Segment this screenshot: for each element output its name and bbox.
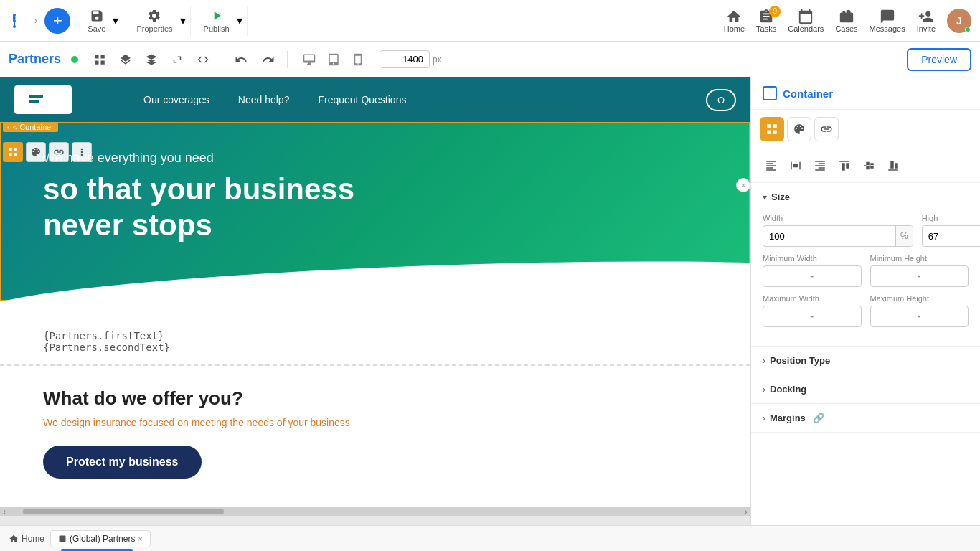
size-section-body: Width 100 % High 67 px — [751, 211, 980, 346]
calendars-nav-button[interactable]: Calendars — [788, 9, 824, 33]
cases-nav-button[interactable]: Cases — [835, 9, 857, 33]
scroll-right-arrow[interactable]: › — [742, 508, 750, 516]
offer-title: What do we offer you? — [43, 387, 707, 410]
nav-cta-button[interactable]: O — [706, 89, 736, 111]
nav-chevron[interactable]: › — [34, 15, 37, 26]
size-section-header[interactable]: ▾ Size — [751, 183, 980, 211]
tasks-nav-button[interactable]: 9 Tasks — [756, 9, 776, 33]
layout-tool-button[interactable] — [3, 142, 23, 162]
width-input[interactable]: 1400 — [380, 50, 430, 68]
max-width-input[interactable]: - — [763, 306, 862, 327]
margins-section[interactable]: › Margins 🔗 — [751, 404, 980, 433]
panel-title: Container — [783, 88, 833, 100]
min-height-input[interactable]: - — [870, 265, 969, 287]
online-status-dot — [965, 27, 971, 32]
hero-section-wrapper: ‹ < Container — [0, 122, 750, 301]
min-dimensions-row: Minimum Width - Minimum Height - — [763, 254, 969, 287]
site-logo — [14, 85, 72, 114]
secondary-toolbar: Partners — [0, 42, 980, 77]
save-group: Save ▾ — [77, 6, 123, 36]
user-avatar[interactable]: J — [947, 9, 971, 33]
right-panel: Container — [750, 77, 980, 525]
min-height-field: Minimum Height - — [870, 254, 969, 287]
site-preview: Our coverages Need help? Frequent Questi… — [0, 77, 750, 507]
tab-close-button[interactable]: × — [138, 534, 142, 543]
layers-button[interactable] — [114, 48, 137, 71]
size-section: ▾ Size Width 100 % High 67 — [751, 183, 980, 347]
main-layout: Our coverages Need help? Frequent Questi… — [0, 77, 980, 525]
undo-button[interactable] — [230, 48, 253, 71]
width-field: Width 100 % — [763, 214, 913, 247]
publish-button[interactable]: Publish — [198, 6, 235, 36]
position-type-section[interactable]: › Position Type — [751, 347, 980, 375]
save-dropdown-arrow[interactable]: ▾ — [113, 14, 118, 27]
docking-section[interactable]: › Docking — [751, 375, 980, 404]
mobile-viewport-button[interactable] — [347, 48, 369, 71]
tablet-viewport-button[interactable] — [322, 48, 345, 71]
min-width-input[interactable]: - — [763, 265, 862, 287]
add-button[interactable]: + — [44, 8, 70, 34]
align-right-button[interactable] — [809, 155, 831, 176]
home-bottom-tab[interactable]: Home — [9, 534, 44, 544]
height-value-input[interactable]: 67 — [923, 228, 980, 245]
nav-link-help[interactable]: Need help? — [238, 94, 290, 105]
properties-dropdown-arrow[interactable]: ▾ — [180, 14, 186, 27]
align-center-v-button[interactable] — [857, 155, 880, 176]
offer-description: We design insurance focused on meeting t… — [43, 417, 707, 428]
link-tab[interactable] — [814, 117, 839, 141]
properties-button[interactable]: Properties — [131, 6, 178, 36]
size-chevron: ▾ — [763, 192, 767, 202]
panel-close-button[interactable]: × — [736, 178, 750, 192]
preview-button[interactable]: Preview — [907, 48, 971, 71]
alignment-tools — [751, 149, 980, 183]
scrollbar-thumb[interactable] — [23, 509, 224, 514]
margins-chevron: › — [763, 413, 765, 423]
desktop-viewport-button[interactable] — [298, 48, 321, 71]
template-text: {Partners.firstText} {Partners.secondTex… — [43, 330, 707, 353]
hero-title: so that your business never stops — [43, 171, 707, 244]
code-view-button[interactable] — [192, 48, 215, 71]
max-dimensions-row: Maximum Width - Maximum Height - — [763, 294, 969, 327]
viewport-buttons — [298, 48, 369, 71]
nav-link-coverages[interactable]: Our coverages — [143, 94, 209, 105]
element-toolbar — [3, 142, 92, 162]
status-dot — [71, 56, 78, 63]
grid-layout-button[interactable] — [88, 48, 111, 71]
top-toolbar: › + Save ▾ Properties ▾ Publish ▾ Home 9 — [0, 0, 980, 42]
more-options-button[interactable] — [72, 142, 92, 162]
messages-nav-button[interactable]: Messages — [870, 9, 905, 33]
site-content: {Partners.firstText} {Partners.secondTex… — [0, 301, 750, 507]
style-tool-button[interactable] — [26, 142, 46, 162]
width-value-input[interactable]: 100 — [763, 228, 895, 245]
save-button[interactable]: Save — [82, 6, 111, 36]
scroll-left-arrow[interactable]: ‹ — [0, 508, 9, 516]
svg-rect-6 — [29, 100, 39, 103]
navigation-button[interactable] — [140, 48, 163, 71]
align-top-button[interactable] — [833, 155, 856, 176]
toolbar-divider-2 — [287, 51, 288, 68]
invite-nav-button[interactable]: Invite — [917, 9, 936, 33]
link-tool-button[interactable] — [49, 142, 69, 162]
redo-button[interactable] — [257, 48, 280, 71]
align-center-h-button[interactable] — [784, 155, 807, 176]
publish-dropdown-arrow[interactable]: ▾ — [237, 14, 242, 27]
max-height-input[interactable]: - — [870, 306, 969, 327]
svg-rect-5 — [29, 95, 43, 98]
svg-rect-4 — [25, 89, 61, 110]
toolbar-divider-1 — [222, 51, 222, 68]
protect-button[interactable]: Protect my business — [43, 446, 202, 479]
global-partners-tab[interactable]: (Global) Partners × — [50, 530, 151, 547]
layout-tools — [88, 48, 215, 71]
container-breadcrumb[interactable]: ‹ < Container — [3, 122, 58, 132]
resize-button[interactable] — [166, 48, 189, 71]
position-type-chevron: › — [763, 356, 765, 366]
style-tab[interactable] — [787, 117, 811, 141]
width-unit-label: % — [895, 226, 913, 246]
align-bottom-button[interactable] — [882, 155, 905, 176]
max-width-field: Maximum Width - — [763, 294, 862, 327]
nav-link-faq[interactable]: Frequent Questions — [318, 94, 406, 105]
canvas-scrollbar: ‹ › — [0, 507, 750, 516]
layout-tab[interactable] — [760, 117, 784, 141]
align-left-button[interactable] — [760, 155, 783, 176]
home-nav-button[interactable]: Home — [724, 9, 745, 33]
